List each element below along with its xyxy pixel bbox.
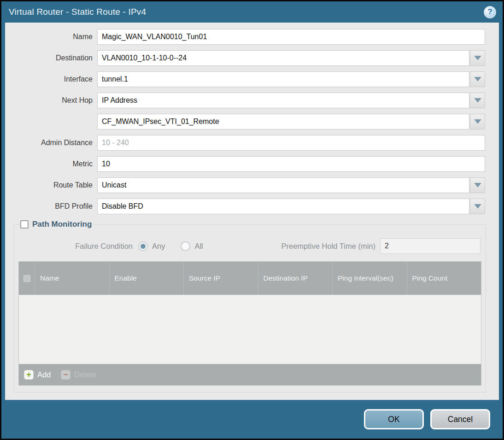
- select-all-checkbox[interactable]: [23, 275, 30, 282]
- route-table-label: Route Table: [5, 181, 97, 189]
- dialog-window: Virtual Router - Static Route - IPv4 ? N…: [0, 0, 504, 440]
- table-toolbar: + Add − Delete: [19, 364, 481, 385]
- radio-any-icon: [138, 241, 148, 251]
- path-monitoring-legend: Path Monitoring: [19, 220, 94, 229]
- form-row-destination: Destination: [5, 50, 485, 66]
- next-hop-type-dropdown-button[interactable]: [470, 93, 485, 108]
- column-header-ping-count[interactable]: Ping Count: [407, 262, 481, 295]
- dialog-content: Name Destination Interface: [5, 23, 499, 400]
- add-button-label: Add: [37, 370, 51, 379]
- chevron-down-icon: [474, 56, 481, 60]
- route-table-dropdown-button[interactable]: [470, 177, 485, 193]
- form-row-bfd-profile: BFD Profile: [5, 199, 485, 214]
- delete-button-label: Delete: [74, 370, 96, 379]
- dialog-title: Virtual Router - Static Route - IPv4: [9, 7, 146, 17]
- chevron-down-icon: [474, 98, 481, 103]
- form-row-interface: Interface: [5, 71, 485, 87]
- form-row-next-hop-address: [5, 114, 485, 129]
- delete-button[interactable]: − Delete: [61, 370, 96, 380]
- path-monitoring-title: Path Monitoring: [32, 220, 92, 229]
- form-row-admin-distance: Admin Distance: [5, 135, 485, 151]
- path-monitoring-section: Path Monitoring Failure Condition Any Al…: [14, 220, 486, 393]
- column-header-source-ip[interactable]: Source IP: [183, 262, 258, 295]
- bfd-profile-label: BFD Profile: [5, 202, 97, 211]
- chevron-down-icon: [474, 119, 481, 124]
- column-header-name[interactable]: Name: [35, 262, 109, 295]
- preemptive-hold-time-group: Preemptive Hold Time (min): [281, 238, 481, 254]
- bfd-profile-input[interactable]: [97, 199, 469, 214]
- path-monitoring-checkbox[interactable]: [20, 220, 29, 229]
- chevron-down-icon: [474, 77, 481, 82]
- failure-condition-radio-group: Any All: [138, 241, 203, 251]
- route-table-input[interactable]: [97, 177, 469, 193]
- form-row-name: Name: [5, 29, 485, 45]
- bfd-profile-dropdown-button[interactable]: [470, 199, 485, 214]
- radio-any-label: Any: [152, 242, 165, 251]
- radio-all-icon: [181, 241, 190, 251]
- failure-condition-row: Failure Condition Any All Preemptive Hol…: [19, 238, 481, 254]
- help-icon[interactable]: ?: [484, 6, 496, 18]
- next-hop-label: Next Hop: [5, 96, 97, 105]
- metric-label: Metric: [5, 160, 97, 168]
- column-header-enable[interactable]: Enable: [109, 262, 184, 295]
- dialog-footer: OK Cancel: [1, 400, 503, 439]
- column-header-destination-ip[interactable]: Destination IP: [258, 262, 333, 295]
- select-all-cell: [19, 262, 35, 295]
- destination-dropdown-button[interactable]: [470, 50, 485, 66]
- ok-button[interactable]: OK: [364, 409, 424, 429]
- radio-option-all[interactable]: All: [181, 241, 203, 251]
- radio-all-label: All: [194, 242, 203, 251]
- path-monitoring-table: Name Enable Source IP Destination IP Pin…: [18, 261, 481, 386]
- form-row-next-hop: Next Hop: [5, 93, 485, 108]
- interface-dropdown-button[interactable]: [470, 71, 485, 87]
- interface-input[interactable]: [97, 71, 469, 87]
- metric-input[interactable]: [97, 156, 485, 172]
- failure-condition-label: Failure Condition: [19, 242, 138, 251]
- add-button[interactable]: + Add: [24, 370, 51, 380]
- admin-distance-input[interactable]: [97, 135, 485, 151]
- titlebar: Virtual Router - Static Route - IPv4 ?: [1, 1, 503, 23]
- interface-label: Interface: [5, 75, 97, 83]
- admin-distance-label: Admin Distance: [5, 139, 97, 147]
- chevron-down-icon: [474, 183, 481, 188]
- next-hop-type-input[interactable]: [97, 93, 469, 108]
- next-hop-address-input[interactable]: [97, 114, 469, 129]
- dialog-frame: Virtual Router - Static Route - IPv4 ? N…: [1, 1, 503, 439]
- column-header-ping-interval[interactable]: Ping Interval(sec): [332, 262, 407, 295]
- table-header: Name Enable Source IP Destination IP Pin…: [19, 262, 481, 295]
- form-row-metric: Metric: [5, 156, 485, 172]
- minus-icon: −: [61, 370, 70, 380]
- preemptive-hold-time-label: Preemptive Hold Time (min): [281, 242, 380, 251]
- preemptive-hold-time-input[interactable]: [380, 238, 481, 254]
- destination-input[interactable]: [97, 50, 469, 66]
- table-body-empty: [19, 295, 481, 364]
- name-input[interactable]: [97, 29, 485, 45]
- cancel-button[interactable]: Cancel: [430, 409, 490, 429]
- plus-icon: +: [24, 370, 34, 380]
- next-hop-address-dropdown-button[interactable]: [470, 114, 485, 129]
- radio-option-any[interactable]: Any: [138, 241, 165, 251]
- form-row-route-table: Route Table: [5, 177, 485, 193]
- chevron-down-icon: [474, 204, 481, 209]
- destination-label: Destination: [5, 54, 97, 62]
- name-label: Name: [5, 33, 97, 41]
